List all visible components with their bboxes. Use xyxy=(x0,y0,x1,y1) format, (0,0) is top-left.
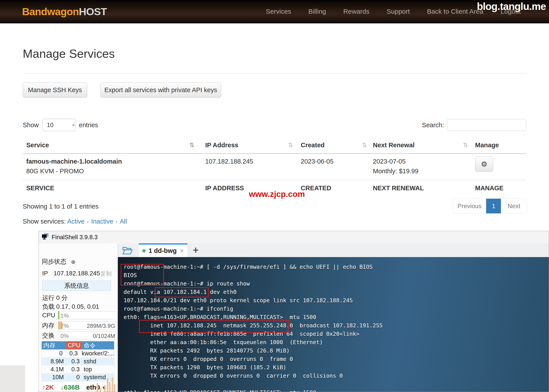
terminal-line: eth1: flags=4163<UP,BROADCAST,RUNNING,MU… xyxy=(124,388,549,392)
terminal-line: 107.182.184.0/21 dev eth0 proto kernel s… xyxy=(124,296,549,305)
nav-item-rewards[interactable]: Rewards xyxy=(343,8,369,15)
service-renewal-date: 2023-07-05 xyxy=(373,158,406,165)
process-row[interactable]: 8.9M 0.3 sshd xyxy=(42,357,114,365)
filter-active[interactable]: Active xyxy=(67,218,85,225)
show-services-label: Show services: xyxy=(23,218,66,225)
plus-icon: + xyxy=(193,245,199,256)
tab-dd-bwg[interactable]: 1 dd-bwg × xyxy=(139,243,187,257)
manage-ssh-keys-button[interactable]: Manage SSH Keys xyxy=(23,83,87,98)
watermark-blog-tanglu: blog.tanglu.me xyxy=(477,0,546,12)
service-created: 2023-06-05 xyxy=(301,158,333,165)
annotation-box-inet xyxy=(139,320,289,333)
down-arrow-icon: ↓ xyxy=(60,384,64,391)
col-header-created[interactable]: Created xyxy=(301,141,325,149)
footer-created: CREATED xyxy=(301,185,331,192)
nav-item-billing[interactable]: Billing xyxy=(308,8,326,15)
connection-status-dot-icon xyxy=(142,249,146,252)
page-title: Manage Services xyxy=(23,47,115,60)
proc-cmd: kworker/2:... xyxy=(80,350,114,357)
service-row: famous-machine-1.localdomain 80G KVM - P… xyxy=(23,154,526,180)
col-header-service[interactable]: Service xyxy=(26,141,49,149)
process-row[interactable]: 4.1M 0.3 top xyxy=(42,365,114,373)
service-ip: 107.182.188.245 xyxy=(205,158,253,165)
sort-icon-next-renewal[interactable]: ⇅ xyxy=(463,141,468,148)
filter-all[interactable]: All xyxy=(120,218,127,225)
footer-manage: MANAGE xyxy=(475,185,504,192)
finalshell-app-icon xyxy=(42,233,49,241)
proc-col-command[interactable]: 命令 xyxy=(82,341,114,350)
memory-meter-row: 内存 7% 289M/3.9G xyxy=(42,322,117,329)
col-header-next-renewal[interactable]: Next Renewal xyxy=(373,141,415,149)
proc-mem: 8.9M xyxy=(42,357,66,365)
proc-col-memory[interactable]: 内存 xyxy=(42,341,66,350)
export-api-keys-button[interactable]: Export all services with private API key… xyxy=(100,83,221,98)
open-folder-icon[interactable] xyxy=(122,246,133,256)
finalshell-window: FinalShell 3.9.8.3 同步状态 IP 107.182.188.2… xyxy=(39,231,549,392)
corner-artifact xyxy=(0,365,25,392)
terminal-line: RX errors 0 dropped 0 overruns 0 frame 0 xyxy=(124,355,549,363)
nav-item-back-to-client-area[interactable]: Back to Client Area xyxy=(427,8,483,15)
memory-label: 内存 xyxy=(42,321,55,330)
swap-percent: 0% xyxy=(60,333,69,340)
uptime-text: 运行 0 分 xyxy=(42,294,68,302)
upload-rate: ↑2K xyxy=(42,384,54,391)
sort-icon-service[interactable]: ⇅ xyxy=(189,141,194,148)
proc-cmd: sshd xyxy=(82,357,114,365)
proc-cpu: 0.3 xyxy=(66,357,82,365)
process-row[interactable]: 10M 0 systemd xyxy=(42,373,114,381)
terminal-line: root@famous-machine-1:~# ifconfig xyxy=(124,305,549,313)
nav-item-support[interactable]: Support xyxy=(387,8,410,15)
logo-host: HOST xyxy=(79,6,107,18)
page-size-select[interactable]: 10 xyxy=(42,119,75,131)
filter-separator: · xyxy=(115,218,118,225)
service-name[interactable]: famous-machine-1.localdomain xyxy=(26,158,122,165)
cpu-meter-row: CPU 1% xyxy=(42,311,117,319)
bandwagonhost-logo[interactable]: BandwagonHOST xyxy=(22,0,107,23)
download-rate: ↓636B xyxy=(60,384,80,391)
search-input[interactable] xyxy=(447,119,526,131)
service-filters: Show services: Active·Inactive·All xyxy=(23,218,127,225)
finalshell-titlebar[interactable]: FinalShell 3.9.8.3 xyxy=(39,231,549,243)
pagination: Previous 1 Next xyxy=(453,199,527,213)
sort-icon-created[interactable]: ⇅ xyxy=(362,141,367,148)
new-tab-button[interactable]: + xyxy=(193,243,199,257)
finalshell-title: FinalShell 3.9.8.3 xyxy=(52,234,98,241)
proc-cpu: 0.3 xyxy=(65,350,80,357)
proc-cmd: top xyxy=(82,365,114,373)
proc-col-cpu[interactable]: CPU xyxy=(66,341,82,350)
logo-bandwagon: Bandwagon xyxy=(22,6,79,18)
pagination-previous[interactable]: Previous xyxy=(453,199,486,213)
swap-meter-row: 交换 0% 0/1024M xyxy=(42,332,117,340)
proc-mem: 10M xyxy=(42,373,66,381)
nav-item-services[interactable]: Services xyxy=(266,8,291,15)
show-entries-control: Show 10 entries xyxy=(23,119,98,131)
tab-close-icon[interactable]: × xyxy=(180,247,184,255)
interface-selector[interactable]: eth0 ▼ xyxy=(86,384,107,391)
footer-ip-address: IP ADDRESS xyxy=(205,185,244,192)
filter-inactive[interactable]: Inactive xyxy=(91,218,113,225)
heading-divider xyxy=(23,73,526,74)
terminal-line: ether aa:aa:00:1b:86:5e txqueuelen 1000 … xyxy=(124,338,549,347)
terminal-line: BIOS xyxy=(124,271,549,280)
col-header-manage: Manage xyxy=(475,141,499,149)
process-row[interactable]: 0 0.3 kworker/2:... xyxy=(42,350,114,357)
cpu-label: CPU xyxy=(42,312,55,319)
sort-icon-ip-address[interactable]: ⇅ xyxy=(288,141,293,148)
swap-label: 交换 xyxy=(42,331,55,340)
pagination-page-1[interactable]: 1 xyxy=(486,199,501,213)
swap-detail: 0/1024M xyxy=(93,333,115,340)
process-table-header: 内存 CPU 命令 xyxy=(42,341,114,350)
up-arrow-icon: ↑ xyxy=(42,384,45,391)
system-info-button[interactable]: 系统信息 xyxy=(42,280,111,291)
manage-service-button[interactable]: ⚙ xyxy=(475,157,493,172)
process-table: 内存 CPU 命令 0 0.3 kworker/2:... 8.9M 0.3 s… xyxy=(42,341,114,381)
col-header-ip-address[interactable]: IP Address xyxy=(205,141,238,149)
pagination-next[interactable]: Next xyxy=(501,199,527,213)
swap-meter: 0% 0/1024M xyxy=(58,332,117,340)
proc-mem: 4.1M xyxy=(42,365,66,373)
terminal-tabbar: 1 dd-bwg × + xyxy=(118,243,549,257)
copy-ip-link[interactable]: 复制 xyxy=(100,270,112,278)
watermark-zjcp: www.zjcp.com xyxy=(249,190,305,199)
footer-next-renewal: NEXT RENEWAL xyxy=(373,185,424,192)
memory-percent: 7% xyxy=(60,322,69,329)
